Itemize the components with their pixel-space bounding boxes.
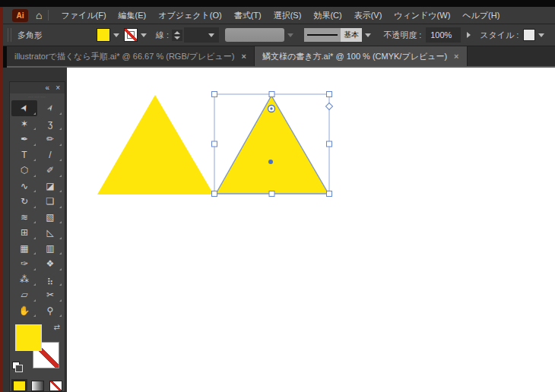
menu-select[interactable]: 選択(S) [268,8,308,24]
eraser-tool-icon: ◪ [46,182,54,191]
stepper-down-icon[interactable] [174,36,180,40]
brush-dropdown-chevron-icon[interactable] [287,33,293,37]
rotate-tool[interactable]: ↻ [11,194,37,210]
menu-edit[interactable]: 編集(E) [113,8,153,24]
rotate-tool-icon: ↻ [21,197,28,206]
gradient-tool-icon: ▥ [46,244,54,253]
selection-tool[interactable]: ➤ [11,100,37,116]
selection-handle[interactable] [269,92,274,97]
menu-type[interactable]: 書式(T) [228,8,268,24]
menu-file[interactable]: ファイル(F) [55,8,112,24]
selection-handle[interactable] [212,92,217,97]
line-segment-tool-icon: / [49,150,51,160]
stepper-up-icon[interactable] [174,31,180,34]
mesh-tool[interactable]: ▦ [11,241,37,257]
graphic-style-swatch[interactable] [523,29,535,41]
selection-handle[interactable] [212,191,217,197]
illustrator-logo-icon[interactable]: Ai [12,9,28,22]
paintbrush-tool[interactable]: ✐ [37,163,63,179]
options-bar-grip[interactable] [8,28,11,42]
style-dropdown-chevron-icon[interactable] [538,33,544,37]
symbol-sprayer-tool[interactable]: ⁂ [11,272,37,288]
artboard-tool[interactable]: ▱ [11,287,37,303]
mesh-tool-icon: ▦ [20,244,28,253]
triangle-unselected[interactable] [97,95,214,194]
shape-builder-tool[interactable]: ⊞ [11,225,37,241]
style-label: スタイル : [480,30,519,41]
free-transform-tool[interactable]: ▧ [37,210,63,226]
shape-builder-tool-icon: ⊞ [21,228,28,237]
artboard-canvas[interactable] [67,68,555,392]
tab-close-icon[interactable]: × [242,52,246,61]
width-tool[interactable]: ≋ [11,210,37,226]
stroke-color-swatch[interactable] [124,28,138,42]
stroke-weight-input[interactable] [184,27,219,43]
selection-handle[interactable] [327,141,332,147]
document-tab-1[interactable]: illustratorで描くなら手順.ai* @ 66.67 % (RGB/プレ… [7,46,255,66]
eraser-tool[interactable]: ◪ [37,179,63,194]
collapse-panel-icon[interactable]: « [46,84,50,92]
tools-grid: ➤➢✶ʒ✒✏T/⬡✐∿◪↻❏≋▧⊞◺▦▥✑❖⁂⣦▱✂✋⚲ [10,100,65,318]
fill-dropdown-chevron-icon[interactable] [113,33,119,37]
lasso-tool[interactable]: ʒ [37,116,63,132]
type-tool[interactable]: T [11,147,37,163]
selection-handle[interactable] [212,141,217,147]
fill-color-swatch[interactable] [97,28,110,42]
menu-view[interactable]: 表示(V) [348,8,388,24]
free-transform-tool-icon: ▧ [46,213,54,222]
menu-effect[interactable]: 効果(C) [307,8,347,24]
gradient-mode-button[interactable] [31,381,44,391]
close-panel-icon[interactable]: × [56,84,60,92]
blend-tool-icon: ❖ [46,259,55,268]
default-fill-stroke-icon[interactable] [12,362,22,371]
eyedropper-tool[interactable]: ✑ [11,256,37,272]
stroke-style-dropdown-chevron-icon[interactable] [365,33,371,37]
swap-fill-stroke-icon[interactable]: ⇄ [54,323,60,331]
blend-tool[interactable]: ❖ [37,256,63,272]
selection-handle[interactable] [327,92,332,97]
none-mode-button[interactable] [49,381,62,391]
hand-tool[interactable]: ✋ [11,303,37,319]
stroke-weight-label: 線 : [156,30,169,41]
tab-close-icon[interactable]: × [454,52,458,61]
fill-indicator-swatch[interactable] [15,324,42,351]
column-graph-tool[interactable]: ⣦ [37,272,63,288]
perspective-grid-tool[interactable]: ◺ [37,225,63,241]
opacity-input[interactable]: 100% [426,27,461,43]
corner-radius-widget-dot [270,107,272,109]
zoom-tool[interactable]: ⚲ [37,303,63,319]
line-segment-tool[interactable]: / [37,147,63,163]
selection-handle[interactable] [269,191,274,197]
home-icon[interactable]: ⌂ [36,10,42,21]
live-shape-side-widget[interactable] [325,103,332,109]
polygon-tool[interactable]: ⬡ [11,163,37,179]
document-tab-2[interactable]: 鱗文様の書き方.ai* @ 100 % (CMYK/プレビュー)× [255,46,468,66]
menu-help[interactable]: ヘルプ(H) [456,8,506,24]
scale-tool[interactable]: ❏ [37,194,63,210]
direct-selection-tool[interactable]: ➢ [37,100,63,116]
stroke-weight-dropdown-chevron-icon[interactable] [208,33,214,37]
slice-tool[interactable]: ✂ [37,287,63,303]
menu-window[interactable]: ウィンドウ(W) [388,8,456,24]
stroke-dropdown-chevron-icon[interactable] [141,33,147,37]
artboard-tool-icon: ▱ [21,290,27,299]
scale-tool-icon: ❏ [46,197,55,206]
shape-center-point[interactable] [268,160,273,164]
symbol-sprayer-tool-icon: ⁂ [20,275,29,284]
stroke-style-preview[interactable]: 基本 [304,28,362,42]
brush-definition-preview[interactable] [225,28,284,42]
opacity-menu-chevron-icon[interactable] [467,32,471,38]
menu-object[interactable]: オブジェクト(O) [152,8,227,24]
gradient-tool[interactable]: ▥ [37,241,63,257]
canvas-svg [67,68,555,392]
stroke-weight-stepper[interactable] [172,30,182,41]
color-mode-button[interactable] [13,381,26,391]
magic-wand-tool[interactable]: ✶ [11,116,37,132]
pen-tool[interactable]: ✒ [11,131,37,147]
toolbar-panel-header[interactable]: « × [10,82,65,93]
polygon-tool-icon: ⬡ [21,166,28,175]
curvature-tool[interactable]: ✏ [37,131,63,147]
shaper-tool[interactable]: ∿ [11,179,37,194]
toolbar-panel-grip[interactable]: ⋯⋯⋯ [10,93,65,100]
selection-handle[interactable] [327,191,332,197]
